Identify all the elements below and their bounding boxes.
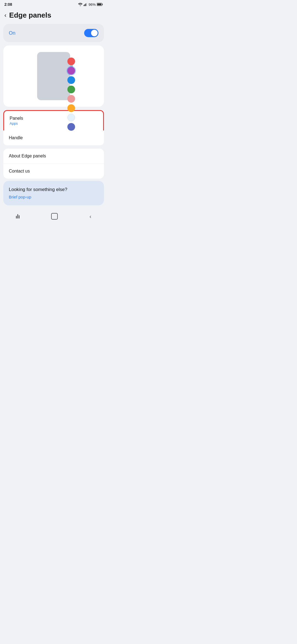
preview-card xyxy=(3,45,104,107)
recent-button[interactable] xyxy=(16,214,20,219)
svg-rect-4 xyxy=(86,3,87,6)
svg-rect-2 xyxy=(84,4,85,6)
contact-title: Contact us xyxy=(9,169,98,174)
about-title: About Edge panels xyxy=(9,154,98,159)
page-header: ‹ Edge panels xyxy=(0,8,107,24)
toggle-label: On xyxy=(9,30,15,36)
wifi-icon xyxy=(78,3,82,6)
dot-purple xyxy=(67,67,75,75)
svg-point-0 xyxy=(80,6,81,6)
back-nav-button[interactable]: ‹ xyxy=(90,213,92,220)
dot-green xyxy=(67,86,75,93)
panels-subtitle: Apps xyxy=(10,121,98,125)
promo-card: Looking for something else? Brief pop-up xyxy=(3,181,104,205)
status-bar: 2:08 96% xyxy=(0,0,107,8)
dot-white xyxy=(67,114,75,121)
promo-link[interactable]: Brief pop-up xyxy=(9,195,98,199)
edge-panel-dots xyxy=(67,58,75,131)
svg-rect-1 xyxy=(84,5,84,6)
handle-title: Handle xyxy=(9,135,98,140)
phone-mockup xyxy=(37,52,70,100)
svg-rect-6 xyxy=(102,4,103,5)
nav-bar: ‹ xyxy=(0,210,107,225)
contact-us-item[interactable]: Contact us xyxy=(3,164,104,179)
dot-red xyxy=(67,58,75,65)
dot-orange xyxy=(67,104,75,112)
info-menu-section: About Edge panels Contact us xyxy=(3,149,104,179)
status-icons: 96% xyxy=(78,2,103,7)
back-button[interactable]: ‹ xyxy=(4,12,6,19)
dot-indigo xyxy=(67,123,75,131)
handle-menu-section: Handle xyxy=(3,130,104,145)
battery-icon xyxy=(97,3,103,6)
panels-title: Panels xyxy=(10,116,98,121)
battery-text: 96% xyxy=(89,2,96,7)
svg-rect-3 xyxy=(86,4,86,6)
signal-icon xyxy=(84,3,87,6)
promo-title: Looking for something else? xyxy=(9,187,98,192)
toggle-card: On xyxy=(3,24,104,42)
page-title: Edge panels xyxy=(9,11,51,20)
edge-panels-toggle[interactable] xyxy=(84,29,98,37)
svg-rect-7 xyxy=(97,4,101,6)
panels-menu-item[interactable]: Panels Apps xyxy=(4,111,103,130)
status-time: 2:08 xyxy=(4,2,12,7)
dot-blue xyxy=(67,76,75,84)
dot-pink xyxy=(67,95,75,103)
panels-menu-section: Panels Apps xyxy=(3,110,104,130)
about-edge-panels-item[interactable]: About Edge panels xyxy=(3,149,104,164)
home-button[interactable] xyxy=(51,213,58,220)
handle-menu-item[interactable]: Handle xyxy=(3,130,104,145)
